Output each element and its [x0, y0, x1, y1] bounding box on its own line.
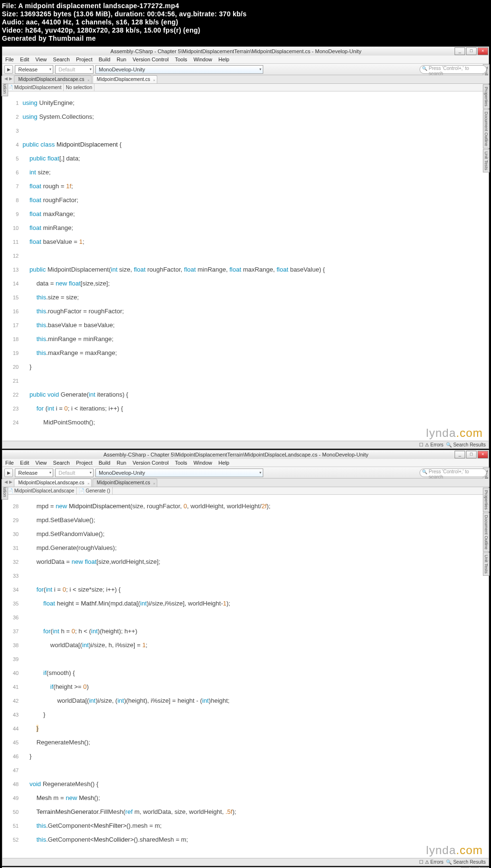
toolbar: ▶ Release Default MonoDevelop-Unity Pres… [2, 467, 489, 479]
size-line: Size: 13693265 bytes (13.06 MiB), durati… [2, 10, 489, 18]
window-title: Assembly-CSharp - Chapter 5\MidpointDisp… [104, 452, 369, 457]
lynda-watermark: lynda.com [426, 426, 483, 440]
menu-vc[interactable]: Version Control [133, 57, 169, 62]
menu-run[interactable]: Run [117, 57, 126, 62]
code-editor[interactable]: 28 mpd = new MidpointDisplacement(size, … [2, 495, 489, 858]
file-line: File: A midpoint displacement landscape-… [2, 2, 489, 10]
menu-build[interactable]: Build [99, 460, 110, 466]
maximize-button[interactable]: □ [466, 47, 477, 55]
minimize-button[interactable]: _ [455, 451, 465, 458]
menu-run[interactable]: Run [117, 460, 126, 466]
lynda-watermark: lynda.com [426, 844, 483, 857]
generator-line: Generated by Thumbnail me [2, 34, 489, 43]
menu-view[interactable]: View [35, 57, 47, 62]
menu-build[interactable]: Build [99, 57, 110, 62]
titlebar: Assembly-CSharp - Chapter 5\MidpointDisp… [2, 450, 489, 459]
target-display[interactable]: MonoDevelop-Unity [95, 468, 263, 477]
code-editor[interactable]: 1using UnityEngine; 2using System.Collec… [2, 91, 489, 441]
close-icon[interactable]: × [153, 480, 155, 488]
tabstrip: MidpointDisplaceLandscape.cs× MidpointDi… [2, 75, 489, 84]
monodevelop-window-1: Solution ToolboxPropertiesDocument Outli… [2, 46, 489, 449]
menu-vc[interactable]: Version Control [133, 460, 169, 466]
search-input[interactable]: Press 'Control+,' to search [420, 468, 487, 477]
close-button[interactable]: × [478, 451, 488, 458]
audio-line: Audio: aac, 44100 Hz, 1 channels, s16, 1… [2, 18, 489, 26]
breadcrumb[interactable]: 📄 MidpointDisplaceLandscape📄 Generate () [2, 487, 489, 495]
doc-outline-tab[interactable]: Document Outline [483, 513, 490, 552]
tab-landscape[interactable]: MidpointDisplaceLandscape.cs× [14, 75, 92, 83]
menu-search[interactable]: Search [53, 460, 70, 466]
config-dropdown[interactable]: Release [15, 468, 53, 477]
statusbar: ☐ ⚠ Errors 🔍 Search Results [2, 441, 489, 448]
toolbar: ▶ Release Default MonoDevelop-Unity Pres… [2, 64, 489, 75]
menu-edit[interactable]: Edit [20, 460, 29, 466]
breadcrumb[interactable]: 📄 MidpointDisplacementNo selection [2, 84, 489, 91]
menu-file[interactable]: File [5, 57, 14, 62]
unit-tests-tab[interactable]: Unit Tests [483, 149, 490, 172]
device-dropdown[interactable]: Default [55, 468, 94, 477]
device-dropdown[interactable]: Default [55, 65, 94, 74]
video-line: Video: h264, yuv420p, 1280x720, 238 kb/s… [2, 26, 489, 34]
mediainfo-header: File: A midpoint displacement landscape-… [0, 0, 491, 46]
menu-file[interactable]: File [5, 460, 14, 466]
close-icon[interactable]: × [87, 480, 90, 488]
menu-help[interactable]: Help [219, 460, 230, 466]
tab-displacement[interactable]: MidpointDisplacement.cs× [93, 479, 157, 487]
unit-tests-tab[interactable]: Unit Tests [483, 552, 490, 576]
doc-outline-tab[interactable]: Document Outline [483, 109, 490, 148]
tab-landscape[interactable]: MidpointDisplaceLandscape.cs× [14, 479, 92, 487]
search-input[interactable]: Press 'Control+,' to search [420, 65, 487, 74]
menubar: File Edit View Search Project Build Run … [2, 56, 489, 64]
menu-window[interactable]: Window [193, 57, 212, 62]
close-icon[interactable]: × [87, 77, 90, 84]
run-button[interactable]: ▶ [4, 65, 13, 74]
minimize-button[interactable]: _ [455, 47, 465, 55]
run-button[interactable]: ▶ [4, 468, 13, 477]
menu-project[interactable]: Project [76, 57, 92, 62]
tab-displacement[interactable]: MidpointDisplacement.cs× [93, 75, 157, 83]
properties-tab[interactable]: Properties [483, 488, 490, 512]
menu-project[interactable]: Project [76, 460, 92, 466]
menu-help[interactable]: Help [219, 57, 230, 62]
menu-view[interactable]: View [35, 460, 47, 466]
properties-tab[interactable]: Properties [483, 84, 490, 109]
close-icon[interactable]: × [153, 77, 155, 84]
menu-tools[interactable]: Tools [175, 57, 187, 62]
tabstrip: MidpointDisplaceLandscape.cs× MidpointDi… [2, 479, 489, 487]
monodevelop-window-2: Solution ToolboxPropertiesDocument Outli… [2, 450, 489, 866]
menu-tools[interactable]: Tools [175, 460, 187, 466]
window-title: Assembly-CSharp - Chapter 5\MidpointDisp… [110, 48, 361, 54]
config-dropdown[interactable]: Release [15, 65, 53, 74]
maximize-button[interactable]: □ [466, 451, 477, 458]
target-display[interactable]: MonoDevelop-Unity [95, 65, 263, 74]
statusbar: ☐ ⚠ Errors 🔍 Search Results [2, 858, 489, 866]
menu-window[interactable]: Window [193, 460, 212, 466]
close-button[interactable]: × [478, 47, 488, 55]
menu-edit[interactable]: Edit [20, 57, 29, 62]
titlebar: Assembly-CSharp - Chapter 5\MidpointDisp… [2, 47, 489, 56]
menu-search[interactable]: Search [53, 57, 70, 62]
menubar: File Edit View Search Project Build Run … [2, 459, 489, 467]
